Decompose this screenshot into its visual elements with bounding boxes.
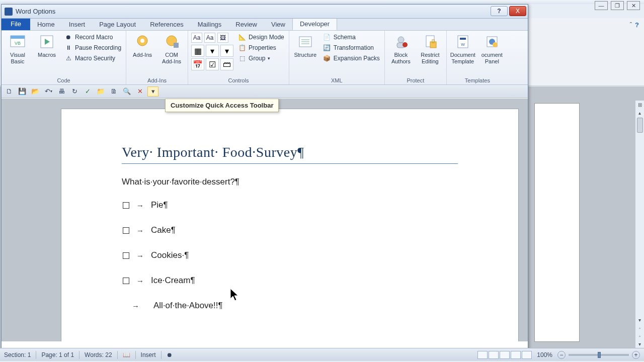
scroll-up-icon[interactable]: ▴ bbox=[636, 109, 644, 117]
close-button[interactable]: X bbox=[509, 6, 526, 16]
page-up-icon[interactable]: ◦ bbox=[636, 324, 644, 332]
checkbox-control-button[interactable]: ☑ bbox=[206, 58, 219, 70]
qat-open-button[interactable]: 📂 bbox=[30, 86, 41, 97]
plain-text-control-button[interactable]: Aa bbox=[204, 33, 215, 43]
status-section[interactable]: Section: 1 bbox=[4, 351, 31, 358]
date-picker-control-button[interactable]: 📅 bbox=[191, 58, 204, 70]
dropdown-list-control-button[interactable]: ▾ bbox=[220, 45, 233, 57]
status-page[interactable]: Page: 1 of 1 bbox=[41, 351, 74, 358]
macro-security-button[interactable]: ⚠Macro Security bbox=[63, 54, 123, 63]
building-block-control-button[interactable]: ▦ bbox=[191, 45, 204, 57]
qat-preview-button[interactable]: 🔍 bbox=[121, 86, 132, 97]
tab-view[interactable]: View bbox=[264, 19, 292, 30]
checkbox-cookies[interactable] bbox=[123, 252, 129, 259]
rich-text-control-button[interactable]: Aa bbox=[191, 33, 202, 43]
com-addins-button[interactable]: COM Add-Ins bbox=[158, 33, 185, 65]
status-macro-icon[interactable]: ⏺ bbox=[167, 351, 173, 358]
group-protect-label: Protect bbox=[388, 76, 443, 83]
outer-help-icon[interactable]: ? bbox=[635, 21, 639, 29]
vertical-scrollbar[interactable]: ⊞ ▴ ▾ ◦ ◦ ▾ bbox=[635, 101, 644, 348]
visual-basic-button[interactable]: VB Visual Basic bbox=[5, 33, 31, 65]
status-insert[interactable]: Insert bbox=[141, 351, 156, 358]
pause-recording-button[interactable]: ⏸Pause Recording bbox=[63, 43, 123, 52]
qat-redo-button[interactable]: ↻ bbox=[69, 86, 80, 97]
properties-icon: 📋 bbox=[238, 44, 246, 52]
checkbox-icecream[interactable] bbox=[123, 278, 129, 284]
status-proofing-icon[interactable]: 📖 bbox=[123, 351, 130, 358]
qat-new-button[interactable]: 🗋 bbox=[4, 86, 15, 97]
checkbox-pie[interactable] bbox=[123, 202, 129, 209]
outer-close-button[interactable]: ✕ bbox=[627, 1, 640, 10]
group-protect: Block Authors Restrict Editing Protect bbox=[385, 31, 447, 84]
restrict-editing-button[interactable]: Restrict Editing bbox=[417, 33, 443, 65]
help-button[interactable]: ? bbox=[491, 6, 508, 16]
qat-save-button[interactable]: 💾 bbox=[17, 86, 28, 97]
status-words[interactable]: Words: 22 bbox=[85, 351, 112, 358]
zoom-level[interactable]: 100% bbox=[537, 351, 552, 358]
picture-control-button[interactable]: 🖼 bbox=[217, 33, 228, 43]
scroll-thumb[interactable] bbox=[637, 118, 643, 133]
group-button[interactable]: ⬚Group ▾ bbox=[236, 54, 286, 63]
checkbox-cake[interactable] bbox=[123, 227, 129, 234]
addins-button[interactable]: Add-Ins bbox=[129, 33, 155, 59]
option-row-allabove: → All·of·the·Above!!¶ bbox=[132, 301, 458, 311]
tab-page-layout[interactable]: Page Layout bbox=[92, 19, 143, 30]
block-authors-button[interactable]: Block Authors bbox=[388, 33, 414, 65]
document-title: Very· Important· Food·Survey¶ bbox=[122, 144, 458, 164]
tab-home[interactable]: Home bbox=[30, 19, 62, 30]
status-bar: Section: 1 Page: 1 of 1 Words: 22 📖 Inse… bbox=[0, 348, 644, 361]
transformation-icon: 🔄 bbox=[323, 44, 331, 52]
qat-print-preview-button[interactable]: 🗎 bbox=[108, 86, 119, 97]
shield-icon: ⚠ bbox=[64, 54, 72, 62]
draft-view-button[interactable] bbox=[522, 351, 532, 359]
view-buttons bbox=[477, 351, 532, 359]
qat-quickprint-button[interactable]: 🖶 bbox=[56, 86, 67, 97]
qat-customize-button[interactable]: ▾ bbox=[147, 86, 158, 97]
web-layout-view-button[interactable] bbox=[500, 351, 510, 359]
qat-undo-button[interactable]: ↶▾ bbox=[43, 86, 54, 97]
transformation-button[interactable]: 🔄Transformation bbox=[321, 43, 381, 52]
browse-object-icon[interactable]: ◦ bbox=[636, 332, 644, 340]
print-layout-view-button[interactable] bbox=[477, 351, 488, 359]
outline-view-button[interactable] bbox=[511, 351, 521, 359]
document-panel-button[interactable]: ocument Panel bbox=[479, 33, 505, 65]
zoom-in-button[interactable]: + bbox=[632, 351, 640, 359]
design-mode-button[interactable]: 📐Design Mode bbox=[236, 33, 286, 42]
zoom-out-button[interactable]: − bbox=[557, 351, 566, 359]
qat-folder-button[interactable]: 📁 bbox=[95, 86, 106, 97]
qat-spelling-button[interactable]: ✓ bbox=[82, 86, 93, 97]
tab-insert[interactable]: Insert bbox=[62, 19, 93, 30]
fullscreen-view-button[interactable] bbox=[489, 351, 499, 359]
ribbon-tabs: File Home Insert Page Layout References … bbox=[2, 19, 528, 31]
record-macro-button[interactable]: ⏺Record Macro bbox=[63, 33, 123, 42]
expansion-packs-button[interactable]: 📦Expansion Packs bbox=[321, 54, 381, 63]
design-mode-icon: 📐 bbox=[238, 33, 246, 41]
customize-qat-tooltip: Customize Quick Access Toolbar bbox=[165, 99, 279, 112]
properties-button[interactable]: 📋Properties bbox=[236, 43, 286, 52]
outer-collapse-icon[interactable]: ˆ bbox=[630, 21, 632, 29]
outer-maximize-button[interactable]: ❐ bbox=[611, 1, 624, 10]
tab-file[interactable]: File bbox=[2, 18, 30, 30]
macros-button[interactable]: Macros bbox=[34, 33, 60, 59]
document-page[interactable]: Very· Important· Food·Survey¶ What·is·yo… bbox=[61, 109, 519, 341]
document-template-button[interactable]: W Document Template bbox=[450, 33, 476, 65]
scroll-down-icon[interactable]: ▾ bbox=[636, 316, 644, 324]
quick-access-toolbar: 🗋 💾 📂 ↶▾ 🖶 ↻ ✓ 📁 🗎 🔍 ✕ ▾ bbox=[2, 85, 528, 98]
combo-box-control-button[interactable]: ▾ bbox=[206, 45, 219, 57]
tab-developer[interactable]: Developer bbox=[292, 18, 337, 30]
option-row-pie: → Pie¶ bbox=[123, 200, 458, 210]
legacy-tools-button[interactable]: 🗃 bbox=[220, 58, 233, 70]
word-window: Word Options ? X File Home Insert Page L… bbox=[1, 4, 528, 357]
svg-point-6 bbox=[140, 39, 144, 43]
structure-button[interactable]: Structure bbox=[292, 33, 318, 59]
group-code: VB Visual Basic Macros ⏺Record Macro ⏸Pa… bbox=[2, 31, 126, 84]
tab-review[interactable]: Review bbox=[228, 19, 264, 30]
zoom-slider[interactable] bbox=[569, 354, 629, 356]
tab-mailings[interactable]: Mailings bbox=[191, 19, 229, 30]
tab-references[interactable]: References bbox=[143, 19, 190, 30]
page-down-icon[interactable]: ▾ bbox=[636, 340, 644, 348]
qat-delete-button[interactable]: ✕ bbox=[134, 86, 145, 97]
outer-minimize-button[interactable]: — bbox=[595, 1, 608, 10]
schema-button[interactable]: 📄Schema bbox=[321, 33, 381, 42]
ruler-icon[interactable]: ⊞ bbox=[636, 101, 644, 109]
